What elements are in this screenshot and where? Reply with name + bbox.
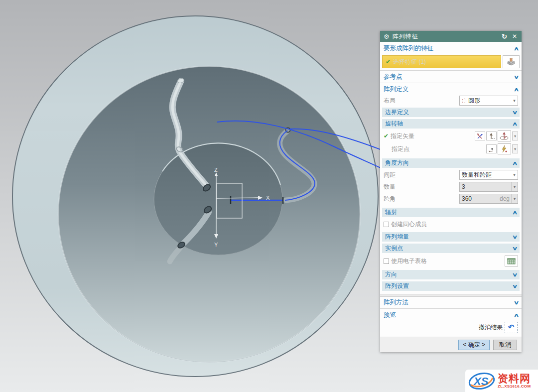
pattern-feature-dialog: 阵列特征 要形成阵列的特征 选择特征 (1) 参考点 阵列定义 (380, 31, 522, 352)
specify-point-label: 指定点 (392, 145, 409, 153)
chevron-down-icon (512, 110, 518, 115)
check-icon (386, 58, 391, 65)
chevron-up-icon (512, 160, 518, 166)
span-angle-input[interactable]: 360 deg (459, 194, 518, 204)
section-angle-direction[interactable]: 角度方向 (382, 158, 520, 168)
watermark-name: 资料网 (498, 373, 531, 384)
watermark: XS 资料网 ZL.XS1616.COM (465, 370, 538, 392)
svg-text:XS: XS (473, 375, 489, 388)
dialog-titlebar[interactable]: 阵列特征 (380, 31, 522, 42)
layout-label: 布局 (384, 97, 396, 105)
section-boundary-definition[interactable]: 边界定义 (382, 108, 520, 117)
feature-picker-button[interactable] (503, 55, 520, 68)
undo-icon (508, 323, 515, 332)
section-instance-points[interactable]: 实例点 (382, 244, 520, 253)
section-features-to-pattern[interactable]: 要形成阵列的特征 (380, 43, 522, 54)
spacing-label: 间距 (384, 171, 396, 179)
select-feature-field[interactable]: 选择特征 (1) (382, 55, 501, 68)
chevron-down-icon (512, 272, 518, 277)
vector-constructor-button[interactable] (475, 131, 485, 140)
axis-z-label: Z (214, 167, 218, 173)
section-preview[interactable]: 预览 (380, 309, 522, 320)
hub-disc (154, 143, 282, 255)
undo-result-button[interactable] (505, 322, 518, 333)
chevron-down-icon (511, 96, 518, 105)
cancel-button[interactable]: 取消 (493, 340, 517, 350)
up-arrow-icon (488, 133, 495, 139)
axis-x-label: X (266, 195, 270, 201)
chevron-up-icon (512, 121, 518, 127)
axis-y-label: Y (214, 242, 218, 248)
crossed-arrows-icon (477, 133, 483, 139)
point-plus-icon (488, 146, 495, 152)
vector-dialog-button[interactable] (498, 131, 511, 141)
ok-button[interactable]: < 确定 > (458, 340, 490, 350)
lightning-icon (501, 145, 508, 153)
inferred-point-button[interactable] (498, 143, 511, 154)
section-pattern-definition[interactable]: 阵列定义 (380, 84, 522, 95)
unit-label: deg (500, 195, 511, 202)
layout-dropdown[interactable]: 圆形 (459, 96, 518, 106)
chevron-up-icon (512, 210, 518, 215)
inferred-vector-button[interactable] (486, 131, 497, 140)
chevron-up-icon (513, 46, 519, 51)
chevron-down-icon (512, 234, 518, 240)
create-concentric-checkbox[interactable] (384, 222, 389, 227)
section-radiate[interactable]: 辐射 (382, 208, 520, 217)
count-input[interactable]: 3 (459, 182, 518, 192)
dialog-title: 阵列特征 (393, 32, 498, 41)
chevron-down-icon (512, 283, 518, 289)
use-spreadsheet-label: 使用电子表格 (391, 257, 427, 265)
dialog-footer: < 确定 > 取消 (380, 337, 522, 352)
boss-feature-icon (507, 58, 516, 66)
chevron-down-icon (511, 182, 518, 191)
span-angle-label: 跨角 (384, 195, 396, 203)
xs-logo-icon: XS (468, 372, 496, 391)
section-rotation-axis[interactable]: 旋转轴 (382, 119, 520, 129)
spreadsheet-icon (507, 258, 516, 265)
reset-icon[interactable] (501, 33, 508, 40)
axis-on-plane-icon (500, 132, 509, 140)
check-icon (384, 132, 389, 139)
close-icon[interactable] (511, 33, 518, 40)
chevron-up-icon (513, 312, 519, 318)
chevron-down-icon (513, 300, 519, 305)
section-pattern-settings[interactable]: 阵列设置 (382, 281, 520, 291)
create-concentric-label: 创建同心成员 (391, 220, 427, 229)
use-spreadsheet-checkbox[interactable] (384, 259, 389, 264)
specify-vector-label: 指定矢量 (391, 132, 414, 140)
gear-icon (384, 33, 390, 40)
point-options-dropdown[interactable] (512, 144, 518, 153)
section-reference-point[interactable]: 参考点 (380, 71, 522, 82)
circular-layout-icon (462, 99, 466, 103)
section-orientation[interactable]: 方向 (382, 270, 520, 279)
undo-result-label: 撤消结果 (479, 323, 503, 332)
count-label: 数量 (384, 183, 396, 191)
chevron-down-icon (512, 246, 518, 251)
chevron-down-icon (511, 170, 518, 179)
spreadsheet-button[interactable] (505, 256, 518, 266)
chevron-up-icon (513, 87, 519, 92)
select-feature-label: 选择特征 (1) (393, 58, 426, 66)
vector-options-dropdown[interactable] (512, 131, 518, 140)
spacing-dropdown[interactable]: 数量和跨距 (459, 170, 518, 180)
point-constructor-button[interactable] (486, 144, 497, 153)
chevron-down-icon (511, 194, 518, 203)
section-pattern-increment[interactable]: 阵列增量 (382, 232, 520, 242)
watermark-url: ZL.XS1616.COM (498, 385, 531, 389)
chevron-down-icon (513, 74, 519, 80)
section-pattern-method[interactable]: 阵列方法 (380, 297, 522, 308)
